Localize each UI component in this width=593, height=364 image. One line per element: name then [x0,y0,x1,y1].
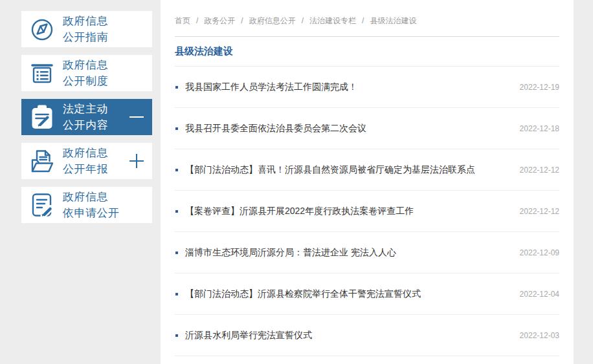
page-title: 县级法治建设 [175,45,233,58]
bullet-icon [175,334,178,337]
bullet-icon [175,86,178,89]
sidebar-item-disclosure-guide[interactable]: 政府信息 公开指南 [21,11,152,47]
sidebar-item-label: 政府信息 公开年报 [63,145,108,177]
article-link[interactable]: 【部门法治动态】喜讯！沂源县自然资源局被省厅确定为基层法治联系点 [185,164,511,176]
article-link[interactable]: 我县召开县委全面依法治县委员会第二次会议 [185,123,511,134]
article-link[interactable]: 淄博市生态环境局沂源分局：普法进企业 宪法入人心 [185,247,511,259]
sidebar-item-proactive-disclosure[interactable]: 法定主动 公开内容 [21,99,152,135]
clipboard-pencil-icon [21,103,63,131]
sidebar: 政府信息 公开指南 政府信息 公开制度 [21,11,152,231]
article-date: 2022-12-12 [520,166,559,175]
breadcrumb-item-home[interactable]: 首页 [175,16,190,27]
article-date: 2022-12-04 [520,290,559,299]
breadcrumb-separator: / [362,16,364,25]
bullet-icon [175,210,178,213]
news-list-icon [21,59,63,87]
sidebar-item-label: 法定主动 公开内容 [63,101,108,133]
document-pencil-icon [21,191,63,219]
breadcrumb-item-info-disclosure[interactable]: 政府信息公开 [249,16,296,27]
sidebar-item-disclosure-system[interactable]: 政府信息 公开制度 [21,55,152,91]
article-link[interactable]: 【部门法治动态】沂源县检察院举行全体干警宪法宣誓仪式 [185,288,511,300]
article-date: 2022-12-18 [520,124,559,133]
article-row[interactable]: 我县召开县委全面依法治县委员会第二次会议 2022-12-18 [175,108,559,149]
breadcrumb-separator: / [196,16,198,25]
folder-document-icon [21,147,63,175]
breadcrumb: 首页 / 政务公开 / 政府信息公开 / 法治建设专栏 / 县级法治建设 [175,0,559,37]
article-link[interactable]: 我县国家工作人员学法考法工作圆满完成！ [185,81,511,93]
breadcrumb-separator: / [241,16,243,25]
article-date: 2022-12-09 [520,248,559,257]
bullet-icon [175,252,178,254]
article-date: 2022-12-19 [520,83,559,92]
article-row[interactable]: 【部门法治动态】喜讯！沂源县自然资源局被省厅确定为基层法治联系点 2022-12… [175,149,559,191]
bullet-icon [175,169,178,171]
page-title-row: 县级法治建设 [175,37,559,67]
article-row[interactable]: 【部门法治动态】沂源县检察院举行全体干警宪法宣誓仪式 2022-12-04 [175,273,559,315]
sidebar-item-label: 政府信息 依申请公开 [63,189,120,221]
article-row[interactable]: 我县国家工作人员学法考法工作圆满完成！ 2022-12-19 [175,67,559,108]
bullet-icon [175,127,178,130]
article-list: 我县国家工作人员学法考法工作圆满完成！ 2022-12-19 我县召开县委全面依… [175,67,559,356]
sidebar-item-label: 政府信息 公开制度 [63,57,108,89]
sidebar-item-disclosure-on-request[interactable]: 政府信息 依申请公开 [21,187,152,223]
breadcrumb-item-rule-of-law-column[interactable]: 法治建设专栏 [309,16,356,27]
collapse-minus-icon[interactable] [129,110,144,124]
sidebar-item-annual-report[interactable]: 政府信息 公开年报 [21,143,152,179]
article-row[interactable]: 沂源县水利局举行宪法宣誓仪式 2022-12-03 [175,315,559,356]
content-panel: 首页 / 政务公开 / 政府信息公开 / 法治建设专栏 / 县级法治建设 县级法… [161,0,574,364]
bullet-icon [175,293,178,295]
article-date: 2022-12-03 [520,331,559,340]
compass-icon [21,15,63,43]
article-row[interactable]: 淄博市生态环境局沂源分局：普法进企业 宪法入人心 2022-12-09 [175,232,559,273]
breadcrumb-item-current-page: 县级法治建设 [370,16,416,27]
article-row[interactable]: 【案卷评查】沂源县开展2022年度行政执法案卷评查工作 2022-12-12 [175,191,559,232]
article-link[interactable]: 沂源县水利局举行宪法宣誓仪式 [185,330,511,341]
article-link[interactable]: 【案卷评查】沂源县开展2022年度行政执法案卷评查工作 [185,206,511,217]
sidebar-item-label: 政府信息 公开指南 [63,13,108,45]
article-date: 2022-12-12 [520,207,559,216]
breadcrumb-separator: / [302,16,304,25]
expand-plus-icon[interactable] [129,154,144,168]
breadcrumb-item-government-affairs[interactable]: 政务公开 [204,16,235,27]
